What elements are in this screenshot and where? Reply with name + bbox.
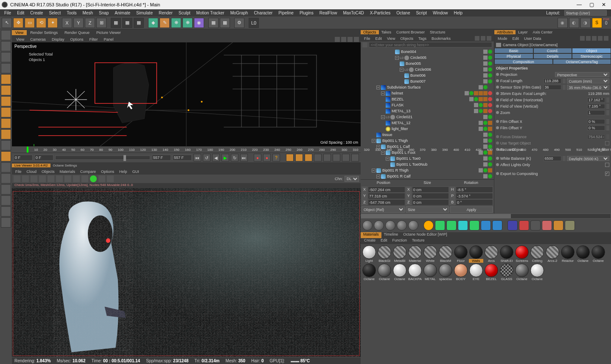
menu-select[interactable]: Select [46, 10, 63, 16]
lv-tool-1[interactable] [22, 175, 29, 182]
material-swatch[interactable]: Octane [591, 245, 605, 263]
key-btn-3[interactable] [314, 154, 322, 161]
tree-item[interactable]: Bone004 [361, 49, 494, 55]
menu-script[interactable]: Script [413, 10, 429, 16]
menu-x-particles[interactable]: X-Particles [367, 10, 393, 16]
material-swatch[interactable]: Arcs-2 [545, 245, 560, 263]
obj-menu-item[interactable]: Tags [416, 36, 429, 41]
horizontal-scrollbar[interactable] [361, 214, 611, 219]
frame_cur-input[interactable] [34, 155, 53, 161]
misc-preset-2[interactable] [530, 220, 541, 231]
preset-sphere-4[interactable] [408, 220, 418, 231]
left-tool-13[interactable] [1, 173, 11, 183]
obj-tab[interactable]: Takes [379, 30, 394, 34]
misc-preset-0[interactable] [507, 220, 518, 231]
axis-tool[interactable]: ⊞ [96, 18, 107, 28]
timeline-playhead[interactable] [27, 147, 28, 153]
attr-nav-icon[interactable] [586, 36, 591, 41]
coord-size-mode[interactable]: Size [406, 206, 449, 213]
attr-section-btn[interactable]: Basic [494, 48, 533, 53]
material-swatch[interactable]: BODY [454, 264, 468, 281]
material-swatch[interactable]: BEZEL [484, 264, 499, 281]
apply-button[interactable]: Apply [450, 206, 493, 213]
lv-tool-6[interactable] [64, 175, 71, 182]
attr-menu-item[interactable]: User Data [521, 36, 544, 41]
lv-menu-item[interactable]: Compare [78, 169, 98, 174]
menu-tools[interactable]: Tools [64, 10, 79, 16]
obj-tab[interactable]: Objects [361, 30, 379, 34]
obj-menu-item[interactable]: View [384, 36, 398, 41]
material-swatch[interactable]: GLASS [499, 264, 514, 281]
tree-item[interactable]: −L0Circle021 [361, 114, 494, 120]
tb-right-3[interactable]: S [592, 18, 602, 28]
maximize-button[interactable]: ▢ [589, 2, 594, 8]
menu-maxtoc4d[interactable]: MaxToC4D [340, 10, 366, 16]
lv-tool-11[interactable] [107, 175, 114, 182]
key-btn-7[interactable] [351, 154, 359, 161]
obj-tab[interactable]: Content Browser [394, 30, 427, 34]
attr-menu-item[interactable]: Edit [510, 36, 522, 41]
arrow-tool[interactable]: ↖ [2, 18, 12, 28]
left-tool-1[interactable] [1, 41, 11, 51]
rot-b[interactable] [456, 199, 493, 206]
menu-window[interactable]: Window [430, 10, 451, 16]
tb-right-2[interactable]: ◑ [580, 18, 591, 28]
g2-tool[interactable]: ▦ [220, 18, 230, 28]
menu-octane[interactable]: Octane [394, 10, 412, 16]
menu-plugins[interactable]: Plugins [297, 10, 316, 16]
lv-menu-item[interactable]: GUI [130, 169, 142, 174]
obj-menu-item[interactable]: File [362, 36, 373, 41]
mat-tab[interactable]: Timeline [381, 232, 401, 238]
key-btn-2[interactable] [305, 154, 312, 161]
search-toggle-icon[interactable] [362, 42, 367, 47]
vp-menu-item[interactable]: Display [49, 37, 67, 42]
menu-motion tracker[interactable]: Motion Tracker [194, 10, 227, 16]
left-tool-8[interactable] [1, 118, 11, 128]
coord-mode[interactable]: Object (Rel) [362, 206, 405, 213]
misc-preset-4[interactable] [553, 220, 563, 231]
tree-item[interactable]: Bip001 L Toe0Nub [361, 161, 494, 167]
material-swatch[interactable]: BlackM [438, 245, 453, 263]
tree-item[interactable]: −L0Circle006 [361, 67, 494, 72]
attr-section-btn[interactable]: Composition [494, 59, 553, 64]
misc-preset-3[interactable] [542, 220, 552, 231]
material-swatch[interactable]: Floor [454, 245, 468, 263]
material-swatch[interactable]: MetalBl [392, 245, 407, 263]
lv-tool-5[interactable] [56, 175, 63, 182]
left-tool-0[interactable] [1, 30, 11, 40]
attr-tab[interactable]: Axis Center [530, 30, 555, 34]
left-tool-14[interactable] [1, 184, 11, 195]
lv-menu-item[interactable]: Objects [39, 169, 57, 174]
r2-tool[interactable]: ▦ [122, 18, 132, 28]
playback-btn-4[interactable]: ↻ [231, 154, 238, 161]
oct-preset-1[interactable] [435, 220, 445, 231]
material-swatch[interactable]: Light [362, 245, 376, 263]
obj-menu-item[interactable]: Objects [398, 36, 416, 41]
attr-section-btn[interactable]: Details [533, 53, 572, 59]
left-tool-5[interactable] [1, 85, 11, 95]
attr-section-btn[interactable]: Stereoscopic [572, 53, 611, 59]
s2-tool[interactable]: ❋ [182, 18, 193, 28]
playback-btn-0[interactable]: ⏮ [193, 154, 201, 161]
preset-sphere-3[interactable] [397, 220, 407, 231]
tree-item[interactable]: tissue [361, 132, 494, 138]
tree-item[interactable]: BEZEL [361, 96, 494, 102]
left-tool-2[interactable] [1, 52, 11, 62]
rot-tool[interactable]: ⟲ [36, 18, 46, 28]
rec-btn-0[interactable]: ● [254, 154, 261, 161]
vp-icon[interactable] [335, 37, 340, 42]
playback-btn-5[interactable]: ⏭ [240, 154, 248, 161]
key-btn-5[interactable] [333, 154, 340, 161]
preset-sphere-0[interactable] [362, 220, 373, 231]
vp-icon[interactable] [348, 37, 353, 42]
lv-tool-2[interactable] [31, 175, 37, 182]
frame-slider[interactable] [55, 156, 150, 160]
key-btn-1[interactable] [295, 154, 303, 161]
cube-tool[interactable]: ◆ [148, 18, 158, 28]
oct-preset-2[interactable] [446, 220, 457, 231]
pos-y[interactable] [368, 193, 405, 199]
menu-mesh[interactable]: Mesh [80, 10, 95, 16]
playback-btn-1[interactable]: ↺ [203, 154, 210, 161]
tree-item[interactable]: −helmet [361, 90, 494, 96]
tree-item[interactable]: METAL_12 [361, 120, 494, 126]
